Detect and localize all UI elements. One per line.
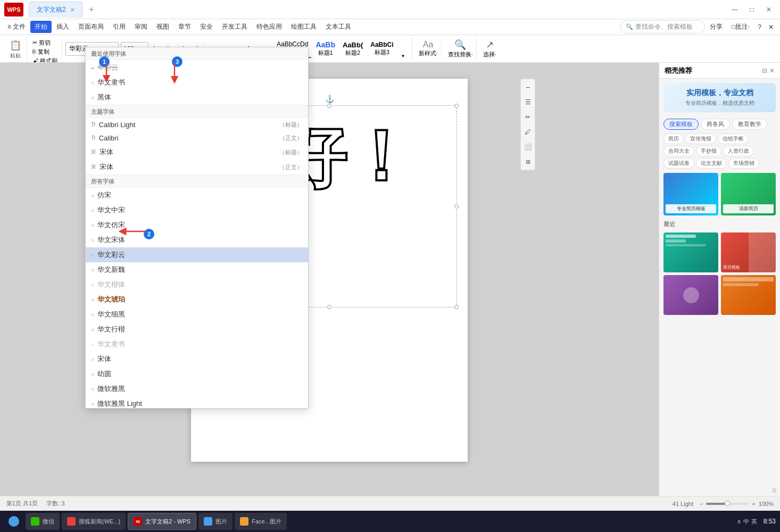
menu-features[interactable]: 特色应用 [252, 21, 286, 33]
taskbar-start[interactable] [4, 513, 23, 530]
filter-resume-btn[interactable]: 简历 [663, 134, 684, 144]
tab-active[interactable]: 文字文稿2 ✕ [29, 2, 82, 18]
menu-security[interactable]: 安全 [196, 21, 217, 33]
handle-mid-right[interactable] [454, 204, 459, 209]
menu-drawing[interactable]: 绘图工具 [287, 21, 321, 33]
menu-comment[interactable]: □批注· [727, 21, 754, 33]
new-style-btn[interactable]: Aa 新样式· [416, 39, 442, 59]
filter-hr-btn[interactable]: 人资行政 [723, 146, 754, 156]
filter-marketing-btn[interactable]: 市场营销 [728, 158, 759, 169]
font-item-huawenxinwei[interactable]: ○华文新魏 [86, 262, 308, 277]
select-btn[interactable]: ↗ 选择· [480, 37, 500, 61]
menu-share[interactable]: 分享 [706, 21, 727, 33]
font-item-fangsong[interactable]: ○仿宋 [86, 188, 308, 203]
menu-review[interactable]: 审阅 [130, 21, 152, 33]
cut-button[interactable]: ✂剪切 [30, 38, 60, 47]
filter-business-btn[interactable]: 商务风 [701, 119, 730, 130]
menu-insert[interactable]: 插入 [52, 21, 73, 33]
handle-bot-center[interactable] [327, 305, 331, 309]
menu-help[interactable]: ? [754, 22, 765, 32]
menu-start[interactable]: 开始 [30, 21, 52, 33]
handle-bot-right[interactable] [454, 305, 459, 309]
paste-button[interactable]: 📋 [7, 38, 23, 52]
menu-section[interactable]: 章节 [174, 21, 195, 33]
font-item-huawensongti[interactable]: ○华文宋体 [86, 232, 308, 247]
find-replace-btn[interactable]: 🔍 查找替换· [445, 37, 477, 61]
font-item-songti-title[interactable]: 宋 宋体 （标题） [86, 145, 308, 160]
menu-view[interactable]: 视图 [152, 21, 173, 33]
side-pen-tool[interactable]: ✏ [522, 111, 534, 123]
template-thumb-2[interactable]: 清新简历 [721, 173, 776, 215]
filter-exam-btn[interactable]: 试题试卷 [663, 158, 694, 169]
menu-close[interactable]: ✕ [765, 22, 777, 32]
taskbar-wps[interactable]: W 文字文稿2 - WPS [128, 513, 196, 530]
sidebar-close-btn[interactable]: ✕ [769, 67, 775, 74]
font-item-huawenzhongsong[interactable]: ○华文中宋 [86, 203, 308, 218]
font-item-songti2[interactable]: ○宋体 [86, 352, 308, 367]
search-command-input[interactable]: 🔍查找命令、搜索模板 [620, 20, 705, 34]
taskbar-systray[interactable]: ∧ 中 英 [737, 518, 757, 526]
font-item-huawenkaiti[interactable]: ○华文楷体 [86, 277, 308, 292]
styles-expand-btn[interactable]: ▼ [398, 39, 409, 59]
style-heading2[interactable]: AaBb( 标题2 [339, 40, 366, 58]
taskbar-image[interactable]: 图片 [198, 513, 233, 530]
template-thumb-4[interactable]: 简历模板 [721, 232, 776, 272]
font-item-heiti[interactable]: ○ 黑体 [86, 90, 308, 105]
menu-text-tools[interactable]: 文本工具 [321, 21, 355, 33]
font-item-youyuan[interactable]: ○幼圆 [86, 367, 308, 381]
font-item-huawenlishu2[interactable]: ○华文隶书 [86, 337, 308, 352]
toolbar-clipboard-group: ✂剪切 ⎘复制 🖌格式刷 [28, 37, 62, 61]
close-tab-icon[interactable]: ✕ [70, 7, 74, 13]
font-item-calibri[interactable]: Tr Calibri （正文） [86, 131, 308, 145]
handle-top-right[interactable] [454, 104, 459, 108]
font-item-songti-body[interactable]: 宋 宋体 （正文） [86, 160, 308, 174]
font-item-microsoftyahei[interactable]: ○微软雅黑 [86, 381, 308, 396]
side-reading-mode[interactable]: ☰ [522, 96, 534, 108]
side-grid[interactable]: ⊞ [522, 156, 534, 168]
side-highlight[interactable]: 🖊 [522, 126, 534, 138]
menu-layout[interactable]: 页面布局 [74, 21, 108, 33]
template-thumb-5[interactable] [663, 275, 718, 315]
handle-top-center[interactable] [327, 104, 331, 108]
menu-devtools[interactable]: 开发工具 [218, 21, 252, 33]
close-window-button[interactable]: ✕ [762, 4, 776, 15]
maximize-button[interactable]: □ [745, 4, 759, 15]
filter-poster-btn[interactable]: 宣传海报 [685, 134, 716, 144]
template-section-recent: 最近 [659, 218, 780, 230]
side-zoom-in[interactable]: − [522, 81, 534, 93]
font-item-huacaiyun-recent[interactable]: ○ 华彩云 [86, 60, 308, 75]
filter-letter-btn[interactable]: 信纸手帐 [718, 134, 749, 144]
style-heading3[interactable]: AaBbCi 标题3 [367, 40, 396, 57]
taskbar-face[interactable]: Face...图片 [235, 513, 287, 530]
font-item-huawencaiyun[interactable]: ○华文彩云 [86, 247, 308, 262]
filter-search-btn[interactable]: 搜索模板 [663, 119, 699, 130]
font-item-huawenls[interactable]: ○ 华文隶书 [86, 75, 308, 90]
format-painter-button[interactable]: 🖌格式刷 [30, 56, 60, 63]
filter-handwritten-btn[interactable]: 手抄报 [696, 146, 721, 156]
taskbar-news[interactable]: 搜狐新闻(WE...) [62, 513, 126, 530]
menu-references[interactable]: 引用 [109, 21, 130, 33]
template-thumb-3[interactable] [663, 232, 718, 272]
font-item-huawenxihei[interactable]: ○华文细黑 [86, 307, 308, 322]
filter-contract-btn[interactable]: 合同大全 [663, 146, 694, 156]
zoom-slider[interactable]: − + 100% [700, 501, 774, 507]
template-thumb-1[interactable]: 专业简历模板 [663, 173, 718, 215]
filter-paper-btn[interactable]: 论文文献 [696, 158, 727, 169]
new-tab-button[interactable]: + [85, 3, 98, 16]
template-thumb-6[interactable] [721, 275, 776, 315]
taskbar-wechat[interactable]: 微信 [26, 513, 60, 530]
font-item-calibri-light[interactable]: Tr Calibri Light （标题） [86, 118, 308, 131]
sidebar-pin-btn[interactable]: ⊟ [762, 67, 767, 74]
filter-education-btn[interactable]: 教育教学 [732, 119, 767, 130]
font-item-huawenfangsong[interactable]: ○华文仿宋 [86, 218, 308, 232]
style-heading1[interactable]: AaBb 标题1 [312, 39, 338, 58]
font-item-microsoftyaheilight[interactable]: ○微软雅黑 Light [86, 396, 308, 409]
wps-logo[interactable]: WPS [4, 3, 23, 16]
side-table[interactable]: ⬜ [522, 141, 534, 153]
font-item-huawenxingkai[interactable]: ○华文行楷 [86, 322, 308, 337]
minimize-button[interactable]: — [728, 4, 742, 15]
menubar: ≡ 文件 开始 插入 页面布局 引用 审阅 视图 章节 安全 开发工具 特色应用… [0, 19, 780, 35]
menu-file[interactable]: ≡ 文件 [3, 21, 30, 33]
font-item-huawenhupo[interactable]: ○华文琥珀 [86, 292, 308, 307]
copy-button[interactable]: ⎘复制 [30, 47, 60, 56]
